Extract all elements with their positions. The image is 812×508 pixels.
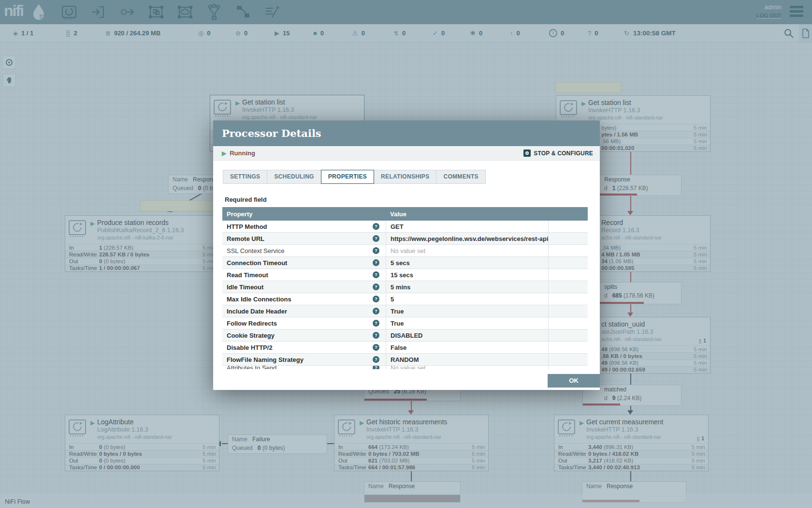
property-row: Cookie Strategy ? DISABLED	[222, 329, 588, 342]
help-icon[interactable]: ?	[373, 223, 379, 230]
property-name: FlowFile Naming Strategy	[227, 356, 304, 363]
dialog-tabs: SETTINGSSCHEDULINGPROPERTIESRELATIONSHIP…	[223, 170, 485, 184]
value-column-header: Value	[386, 210, 549, 218]
tab-scheduling[interactable]: SCHEDULING	[267, 170, 321, 184]
help-icon[interactable]: ?	[373, 356, 379, 363]
help-icon[interactable]: ?	[373, 284, 379, 290]
property-row: SSL Context Service ? No value set	[222, 245, 588, 257]
property-value: No value set	[386, 245, 549, 256]
property-name: Idle Timeout	[227, 284, 263, 291]
help-icon[interactable]: ?	[373, 235, 379, 242]
help-icon[interactable]: ?	[373, 271, 379, 278]
tab-properties[interactable]: PROPERTIES	[321, 170, 374, 184]
running-icon: ▶	[222, 150, 226, 157]
property-row: Remote URL ? https://www.pegelonline.wsv…	[222, 233, 588, 245]
property-value: No value set	[386, 366, 549, 369]
property-row: Idle Timeout ? 5 mins	[222, 281, 588, 293]
property-row: Include Date Header ? True	[222, 305, 588, 317]
help-icon[interactable]: ?	[373, 366, 379, 369]
property-name: Remote URL	[227, 235, 264, 242]
property-value: 15 secs	[386, 269, 549, 281]
help-icon[interactable]: ?	[373, 332, 379, 339]
help-icon[interactable]: ?	[373, 308, 379, 314]
properties-table: Property Value HTTP Method ? GET	[222, 207, 588, 369]
property-row: Read Timeout ? 15 secs	[222, 269, 588, 281]
property-name: SSL Context Service	[227, 247, 284, 254]
property-row: FlowFile Naming Strategy ? RANDOM	[222, 354, 588, 366]
dialog-title: Processor Details	[222, 127, 321, 139]
ok-button[interactable]: OK	[548, 374, 600, 388]
property-row: Follow Redirects ? True	[222, 317, 588, 329]
property-value: https://www.pegelonline.wsv.de/webservic…	[386, 233, 549, 244]
property-name: Cookie Strategy	[227, 332, 275, 339]
stop-configure-icon: ⚙	[523, 149, 531, 157]
nifi-app: ▶ Get station list InvokeHTTP 1.16.3 org…	[0, 0, 812, 508]
tab-relationships[interactable]: RELATIONSHIPS	[374, 170, 436, 184]
property-value: 5 secs	[386, 257, 549, 269]
stop-and-configure-button[interactable]: ⚙STOP & CONFIGURE	[523, 149, 593, 157]
tab-settings[interactable]: SETTINGS	[223, 170, 267, 184]
property-name: Follow Redirects	[227, 320, 277, 327]
dialog-status-row: ▶Running ⚙STOP & CONFIGURE	[213, 146, 600, 161]
help-icon[interactable]: ?	[373, 320, 379, 327]
property-name: Attributes to Send	[227, 366, 276, 369]
property-value: GET	[386, 221, 549, 232]
help-icon[interactable]: ?	[373, 296, 379, 302]
required-field-note: Required field	[225, 196, 267, 203]
property-value: 5	[386, 293, 549, 305]
tab-comments[interactable]: COMMENTS	[436, 170, 485, 184]
property-value: True	[386, 317, 549, 329]
dialog-header: Processor Details	[213, 120, 600, 146]
help-icon[interactable]: ?	[373, 247, 379, 254]
property-row: Attributes to Send ? No value set	[222, 366, 588, 369]
property-name: Connection Timeout	[227, 259, 287, 267]
property-name: Read Timeout	[227, 271, 268, 279]
property-value: False	[386, 342, 549, 353]
table-header: Property Value	[222, 207, 588, 221]
property-row: Connection Timeout ? 5 secs	[222, 257, 588, 269]
help-icon[interactable]: ?	[373, 344, 379, 351]
property-name: Include Date Header	[227, 308, 287, 315]
property-value: True	[386, 305, 549, 317]
property-value: RANDOM	[386, 354, 549, 365]
processor-details-dialog: Processor Details ▶Running ⚙STOP & CONFI…	[213, 120, 600, 390]
property-column-header: Property	[222, 210, 386, 218]
help-icon[interactable]: ?	[373, 259, 379, 266]
property-name: HTTP Method	[227, 223, 267, 230]
property-value: 5 mins	[386, 281, 549, 293]
property-row: Max Idle Connections ? 5	[222, 293, 588, 305]
property-name: Disable HTTP/2	[227, 344, 273, 351]
property-row: HTTP Method ? GET	[222, 221, 588, 233]
run-status: ▶Running	[222, 149, 255, 157]
property-value: DISABLED	[386, 329, 549, 341]
property-row: Disable HTTP/2 ? False	[222, 342, 588, 354]
property-name: Max Idle Connections	[227, 296, 291, 303]
